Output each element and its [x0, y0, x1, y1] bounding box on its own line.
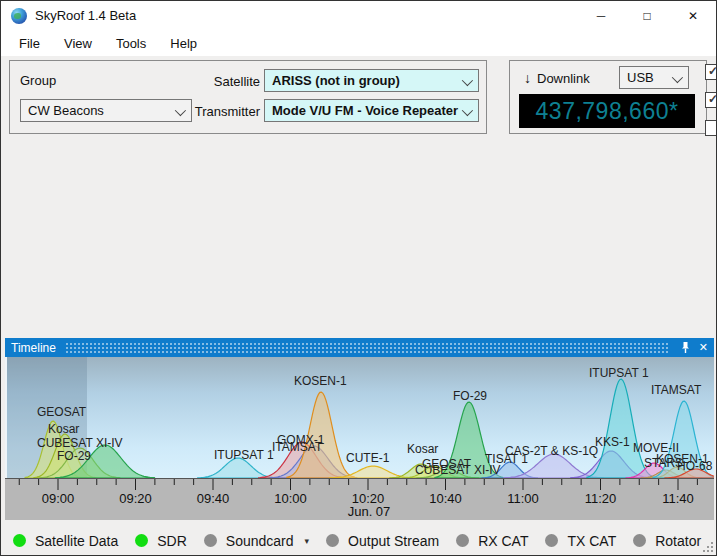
status-label: TX CAT: [567, 533, 616, 549]
control-panel: Group CW Beacons Satellite ARISS (not in…: [1, 56, 716, 141]
axis-tick-label: 11:00: [507, 491, 539, 506]
chevron-down-icon: [462, 105, 473, 116]
status-dot: [13, 534, 26, 547]
status-label: RX CAT: [478, 533, 528, 549]
status-dot: [456, 534, 469, 547]
transmitter-select-value: Mode V/U FM - Voice Repeater: [272, 103, 458, 118]
down-arrow-icon: ↓: [524, 70, 531, 86]
checkbox-2[interactable]: ✓: [705, 92, 717, 108]
resize-grip[interactable]: [702, 541, 714, 553]
satellite-select-value: ARISS (not in group): [272, 73, 400, 88]
mode-select-value: USB: [627, 70, 654, 85]
checkbox-3[interactable]: [705, 120, 717, 136]
axis-tick-label: 10:00: [274, 491, 307, 506]
status-label: Soundcard: [226, 533, 294, 549]
frequency-display[interactable]: 437,798,660*: [519, 94, 695, 128]
status-bar: Satellite DataSDRSoundcard▾Output Stream…: [1, 524, 716, 556]
pass-label-cas-2t-ks-1q: CAS-2T & KS-1Q: [505, 444, 598, 458]
timeline-header[interactable]: Timeline ✕: [5, 338, 714, 357]
axis-tick-label: 11:20: [585, 491, 617, 506]
status-rx-cat: RX CAT: [456, 533, 528, 549]
status-label: SDR: [157, 533, 187, 549]
menu-help[interactable]: Help: [158, 33, 209, 54]
time-axis-svg: 09:0009:2009:4010:0010:2010:4011:0011:20…: [5, 479, 712, 519]
pass-label-kosen-1: KOSEN-1: [294, 374, 347, 388]
axis-tick-label: 09:00: [42, 491, 75, 506]
tuning-groupbox: Group CW Beacons Satellite ARISS (not in…: [9, 60, 487, 134]
pass-label-itupsat-1: ITUPSAT 1: [214, 448, 274, 462]
timeline-close-icon[interactable]: ✕: [699, 341, 708, 354]
status-dot: [135, 534, 148, 547]
pass-label-ho-68: HO-68: [677, 459, 713, 473]
pass-label-fo-29: FO-29: [453, 389, 487, 403]
mode-select[interactable]: USB: [619, 66, 689, 89]
status-label: Rotator: [655, 533, 701, 549]
app-window: SkyRoof 1.4 Beta ─ □ ✕ FileViewToolsHelp…: [0, 0, 717, 556]
status-tx-cat: TX CAT: [545, 533, 616, 549]
menu-file[interactable]: File: [7, 33, 52, 54]
timeline-chart[interactable]: GEOSATKosarCUBESAT XI-IVFO-29ITUPSAT 1GO…: [5, 357, 714, 478]
transmitter-label: Transmitter: [177, 104, 260, 119]
pass-label-kks-1: KKS-1: [595, 435, 630, 449]
status-satellite-data: Satellite Data: [13, 533, 118, 549]
axis-tick-label: 11:40: [662, 491, 694, 506]
time-axis[interactable]: 09:0009:2009:4010:0010:2010:4011:0011:20…: [5, 478, 714, 520]
title-bar[interactable]: SkyRoof 1.4 Beta ─ □ ✕: [1, 1, 716, 31]
satellite-select[interactable]: ARISS (not in group): [264, 69, 479, 92]
pin-icon[interactable]: [680, 341, 691, 354]
status-dot: [633, 534, 646, 547]
status-dot: [326, 534, 339, 547]
soundcard-dropdown-icon[interactable]: ▾: [305, 536, 310, 546]
status-label: Satellite Data: [35, 533, 118, 549]
maximize-button[interactable]: □: [624, 1, 670, 31]
group-select-value: CW Beacons: [28, 103, 104, 118]
chevron-down-icon: [462, 75, 473, 86]
timeline-title: Timeline: [11, 341, 56, 355]
minimize-button[interactable]: ─: [578, 1, 624, 31]
close-button[interactable]: ✕: [670, 1, 716, 31]
downlink-label: Downlink: [537, 71, 590, 86]
menu-view[interactable]: View: [52, 33, 104, 54]
globe-icon: [11, 8, 27, 24]
pass-label-itamsat: ITAMSAT: [272, 440, 323, 454]
window-title: SkyRoof 1.4 Beta: [35, 1, 136, 31]
satellite-label: Satellite: [182, 74, 260, 89]
pass-label-itupsat-1: ITUPSAT 1: [589, 366, 649, 380]
status-output-stream: Output Stream: [326, 533, 439, 549]
axis-date-label: Jun. 07: [348, 504, 391, 519]
status-label: Output Stream: [348, 533, 439, 549]
axis-tick-label: 09:40: [197, 491, 230, 506]
chevron-down-icon: [672, 72, 683, 83]
pass-label-cute-1: CUTE-1: [346, 451, 390, 465]
axis-tick-label: 09:20: [119, 491, 152, 506]
axis-tick-label: 10:40: [429, 491, 462, 506]
pass-label-cubesat-xi-iv: CUBESAT XI-IV: [37, 436, 123, 450]
status-dot: [545, 534, 558, 547]
satellite-passes-svg[interactable]: GEOSATKosarCUBESAT XI-IVFO-29ITUPSAT 1GO…: [5, 357, 714, 478]
pass-label-itamsat: ITAMSAT: [651, 383, 702, 397]
pass-label-fo-29: FO-29: [57, 449, 91, 463]
downlink-groupbox: ↓ Downlink USB 437,798,660*: [509, 60, 707, 134]
status-dot: [204, 534, 217, 547]
checkbox-1[interactable]: ✓: [705, 64, 717, 80]
group-select[interactable]: CW Beacons: [20, 99, 192, 122]
status-soundcard: Soundcard▾: [204, 533, 309, 549]
pass-label-kosar: Kosar: [407, 442, 438, 456]
transmitter-select[interactable]: Mode V/U FM - Voice Repeater: [264, 99, 479, 122]
menu-tools[interactable]: Tools: [104, 33, 158, 54]
group-label: Group: [20, 73, 56, 88]
menu-bar: FileViewToolsHelp: [1, 31, 716, 56]
status-sdr: SDR: [135, 533, 187, 549]
pass-label-kosar: Kosar: [48, 422, 79, 436]
pass-label-geosat: GEOSAT: [37, 405, 87, 419]
status-rotator: Rotator: [633, 533, 701, 549]
